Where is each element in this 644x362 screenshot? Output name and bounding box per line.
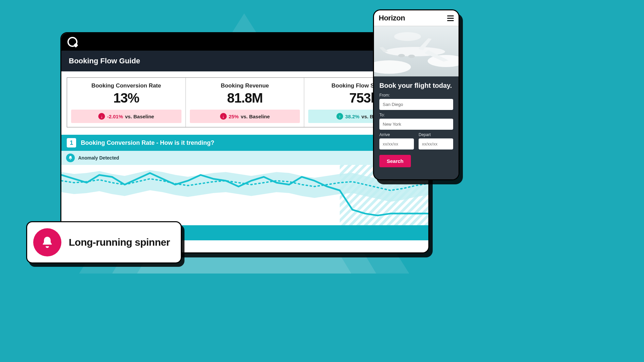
brand-logo-icon [67, 37, 77, 47]
arrive-label: Arrive [379, 132, 414, 137]
section-number: 1 [67, 138, 76, 147]
kpi-row: Booking Conversion Rate 13% ↓ -2.01% vs.… [67, 77, 423, 127]
kpi-delta-pill: ↓ -2.01% vs. Baseline [71, 110, 181, 123]
anomaly-label: Anomaly Detected [78, 155, 119, 161]
hamburger-icon[interactable] [447, 15, 454, 21]
kpi-value: 81.8M [190, 90, 300, 106]
kpi-label: Booking Conversion Rate [71, 82, 181, 89]
kpi-delta-pill: ↓ 25% vs. Baseline [190, 110, 300, 123]
kpi-conversion-rate[interactable]: Booking Conversion Rate 13% ↓ -2.01% vs.… [67, 78, 186, 127]
airplane-icon [378, 36, 452, 69]
alert-text: Long-running spinner [69, 237, 170, 248]
mobile-heading: Book your flight today. [379, 82, 453, 89]
arrow-up-icon: ↑ [336, 113, 343, 120]
mobile-hero [374, 26, 459, 76]
arrow-down-icon: ↓ [220, 113, 227, 120]
search-button[interactable]: Search [379, 155, 411, 167]
to-label: To: [379, 113, 453, 117]
mobile-form: Book your flight today. From: To: Arrive… [374, 76, 459, 179]
depart-input[interactable] [419, 138, 453, 149]
arrow-down-icon: ↓ [98, 113, 105, 120]
to-input[interactable] [379, 119, 453, 130]
mobile-mock: Horizon Book your flight today. From: To… [373, 9, 460, 180]
bell-icon [66, 154, 75, 162]
kpi-delta: 25% [229, 114, 239, 119]
kpi-delta-suffix: vs. Baseline [241, 114, 270, 119]
alert-bell-icon [33, 228, 61, 256]
kpi-delta: -2.01% [107, 114, 123, 119]
kpi-revenue[interactable]: Booking Revenue 81.8M ↓ 25% vs. Baseline [186, 78, 305, 127]
kpi-label: Booking Revenue [190, 82, 300, 89]
mobile-topbar: Horizon [374, 10, 459, 26]
from-input[interactable] [379, 99, 453, 110]
mobile-brand: Horizon [379, 14, 405, 22]
svg-point-4 [408, 55, 415, 58]
svg-point-3 [398, 54, 405, 57]
from-label: From: [379, 93, 453, 98]
section-title: Booking Conversion Rate - How is it tren… [81, 139, 214, 146]
alert-toast[interactable]: Long-running spinner [26, 221, 182, 263]
kpi-delta: 38.2% [345, 114, 360, 119]
arrive-input[interactable] [379, 138, 414, 149]
kpi-delta-suffix: vs. Baseline [125, 114, 154, 119]
kpi-value: 13% [71, 90, 181, 106]
depart-label: Depart [419, 132, 453, 137]
